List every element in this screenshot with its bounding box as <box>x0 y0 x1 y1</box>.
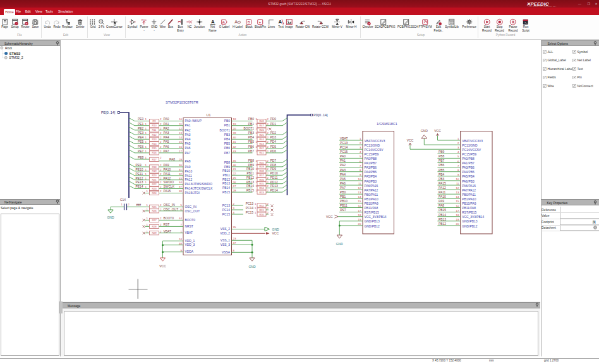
svg-text:VSS_1: VSS_1 <box>221 239 231 242</box>
svg-text:PA11: PA11 <box>164 173 171 176</box>
svg-text:3: 3 <box>457 146 459 149</box>
svg-text:PA6/PA15: PA6/PA15 <box>365 185 378 188</box>
svg-text:PA0: PA0 <box>340 155 346 158</box>
svg-text:1: 1 <box>145 131 147 135</box>
svg-text:R42: R42 <box>259 147 263 150</box>
svg-text:PB8: PB8 <box>248 159 255 162</box>
svg-text:R26: R26 <box>152 209 156 212</box>
svg-text:PC15: PC15 <box>340 150 348 154</box>
svg-text:R39: R39 <box>259 165 263 168</box>
svg-text:PA7: PA7 <box>164 150 169 153</box>
svg-text:RST/PB15: RST/PB15 <box>462 211 476 214</box>
svg-text:PA14/JTCK/SWCLK: PA14/JTCK/SWCLK <box>185 187 214 190</box>
svg-text:PC15/PB9: PC15/PB9 <box>365 153 379 156</box>
svg-text:PA7: PA7 <box>340 186 346 190</box>
svg-text:VSS_3: VSS_3 <box>221 243 231 246</box>
svg-text:34: 34 <box>179 181 182 184</box>
svg-text:PA9: PA9 <box>439 200 444 203</box>
svg-text:PC13/GND: PC13/GND <box>462 144 478 147</box>
svg-text:1: 1 <box>360 137 361 140</box>
svg-text:1: 1 <box>145 118 147 121</box>
svg-text:2: 2 <box>267 123 269 126</box>
svg-text:###: ### <box>136 203 142 207</box>
svg-text:2: 2 <box>160 181 162 184</box>
svg-text:PB15: PB15 <box>439 209 446 212</box>
svg-text:31: 31 <box>179 168 182 171</box>
svg-text:R18: R18 <box>152 166 156 169</box>
svg-text:11: 11 <box>456 182 459 185</box>
svg-text:PE6: PE6 <box>138 145 144 149</box>
svg-text:14: 14 <box>456 195 459 198</box>
svg-text:R47: R47 <box>259 124 263 127</box>
svg-text:PB14: PB14 <box>222 186 230 190</box>
svg-text:OSC_IN: OSC_IN <box>185 205 197 209</box>
svg-text:PB4: PB4 <box>439 173 445 176</box>
svg-text:Root: Root <box>5 46 13 50</box>
svg-text:R17: R17 <box>152 158 156 161</box>
svg-text:46: 46 <box>233 164 236 167</box>
svg-text:PA1/PB7: PA1/PB7 <box>462 162 475 165</box>
svg-text:1: 1 <box>255 202 257 205</box>
svg-text:6: 6 <box>360 160 361 163</box>
svg-text:15: 15 <box>179 140 182 143</box>
svg-text:PA7/PA12: PA7/PA12 <box>365 189 378 192</box>
svg-text:10: 10 <box>179 118 182 121</box>
svg-text:2: 2 <box>160 145 162 149</box>
svg-text:PD12: PD12 <box>270 181 279 184</box>
svg-text:VBAT: VBAT <box>164 230 171 233</box>
svg-text:R35: R35 <box>259 182 263 185</box>
svg-text:19: 19 <box>456 218 459 221</box>
svg-text:GND: GND <box>421 129 428 133</box>
svg-text:BOOT1: BOOT1 <box>219 129 230 132</box>
svg-text:PE4: PE4 <box>138 136 144 139</box>
svg-text:PA3: PA3 <box>164 131 169 135</box>
svg-text:PE12: PE12 <box>136 177 143 180</box>
svg-text:18: 18 <box>358 214 361 217</box>
svg-text:PB8: PB8 <box>439 155 445 158</box>
svg-text:1/GSM918C1: 1/GSM918C1 <box>377 122 397 126</box>
svg-text:1: 1 <box>147 230 148 233</box>
svg-text:25: 25 <box>233 176 236 179</box>
svg-text:2: 2 <box>267 164 269 167</box>
svg-text:1: 1 <box>145 177 147 180</box>
svg-text:R16: R16 <box>152 151 156 154</box>
svg-text:19: 19 <box>358 218 361 221</box>
svg-text:VDD_2: VDD_2 <box>220 232 230 235</box>
svg-text:2: 2 <box>160 123 162 126</box>
svg-text:PA12: PA12 <box>185 178 193 181</box>
svg-text:1: 1 <box>181 230 183 233</box>
svg-text:VBAT/VCC3V3: VBAT/VCC3V3 <box>462 140 483 143</box>
svg-text:GND: GND <box>336 242 344 246</box>
svg-text:R40: R40 <box>259 161 264 164</box>
svg-text:PA15: PA15 <box>439 182 446 185</box>
svg-text:R12: R12 <box>152 133 156 136</box>
svg-text:2: 2 <box>160 217 162 220</box>
svg-text:PB11: PB11 <box>340 204 348 207</box>
svg-text:PC13: PC13 <box>340 142 348 145</box>
svg-text:28: 28 <box>233 189 236 192</box>
svg-text:10: 10 <box>358 178 361 181</box>
svg-text:VBAT: VBAT <box>185 231 193 234</box>
svg-text:1: 1 <box>121 203 123 206</box>
svg-text:2: 2 <box>267 167 269 171</box>
svg-text:4: 4 <box>233 211 235 214</box>
svg-text:PE3: PE3 <box>138 131 144 135</box>
svg-text:16: 16 <box>179 145 182 149</box>
svg-text:PE14: PE14 <box>136 185 143 188</box>
svg-text:GND/PB13: GND/PB13 <box>365 220 380 223</box>
svg-text:11: 11 <box>179 123 182 126</box>
svg-text:6: 6 <box>181 208 183 211</box>
svg-text:PD10: PD10 <box>270 172 279 175</box>
svg-text:1: 1 <box>145 181 147 184</box>
svg-text:PA4: PA4 <box>340 173 346 176</box>
svg-text:R21: R21 <box>152 178 156 181</box>
svg-text:PA5: PA5 <box>164 140 169 143</box>
svg-text:2: 2 <box>160 127 162 130</box>
svg-text:PE2: PE2 <box>138 127 144 130</box>
svg-text:3: 3 <box>233 207 235 210</box>
svg-text:STM32F103C8T6TR: STM32F103C8T6TR <box>166 100 198 104</box>
svg-text:16: 16 <box>456 205 459 208</box>
svg-text:33: 33 <box>179 177 182 180</box>
svg-text:2: 2 <box>160 173 162 176</box>
svg-text:13: 13 <box>456 191 459 194</box>
